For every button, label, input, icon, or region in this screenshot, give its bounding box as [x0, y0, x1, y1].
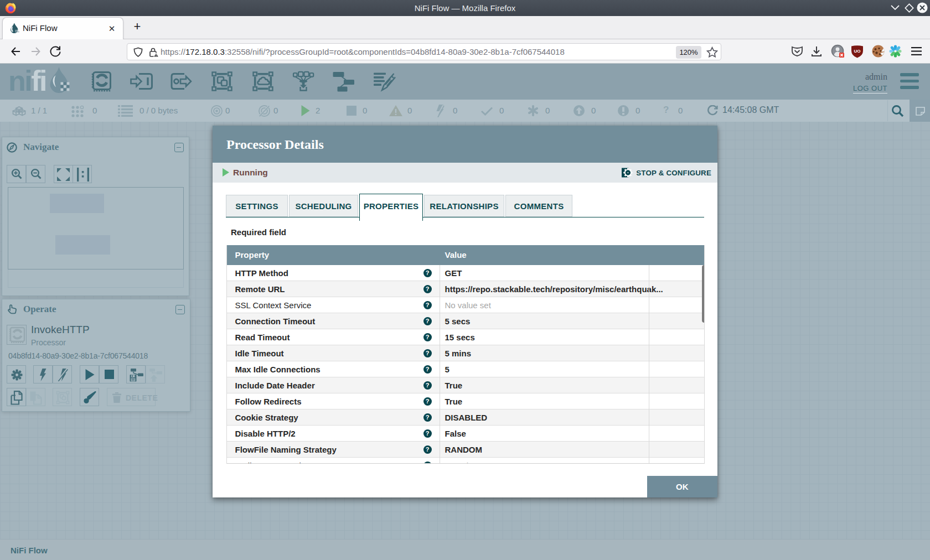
- svg-text:UO: UO: [854, 49, 861, 54]
